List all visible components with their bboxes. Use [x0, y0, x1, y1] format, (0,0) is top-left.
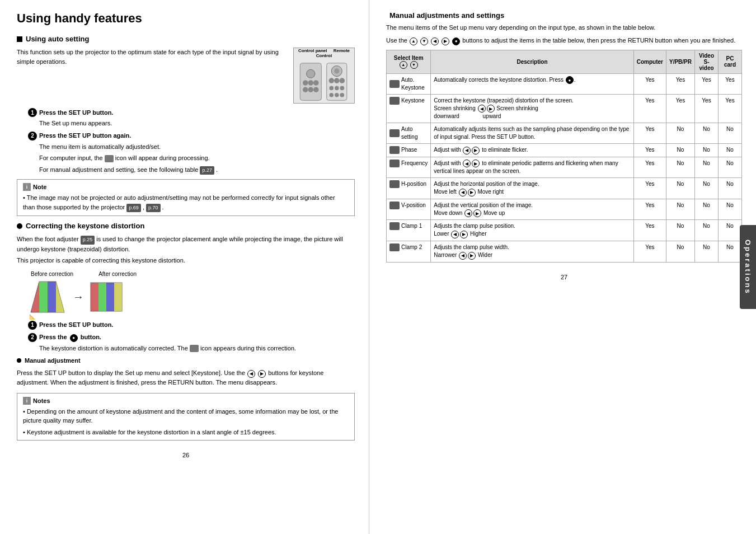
clamp1-icon	[389, 222, 400, 230]
col-header-pc-card: PC card	[719, 50, 742, 73]
row-item-cell: Auto setting	[387, 123, 431, 144]
arrow-right-icon: →	[73, 291, 84, 303]
keystone-intro: When the foot adjuster p.25 is used to c…	[17, 235, 355, 254]
row-item-label: Keystone	[401, 97, 425, 105]
adjustments-table: Select Item ▲ ▼ Description Computer Y/P…	[386, 50, 742, 263]
enter-btn: ●	[452, 38, 460, 45]
circle-icon	[17, 223, 22, 229]
svg-rect-23	[39, 282, 48, 312]
left-nav-freq: ◀	[463, 160, 471, 167]
right-nav-c1: ▶	[460, 231, 468, 238]
step2-heading: 2 Press the SET UP button again.	[28, 132, 355, 140]
row-item-cell: H-position	[387, 178, 431, 199]
svg-point-13	[340, 78, 345, 83]
keystone-notes: i Notes • Depending on the amount of key…	[17, 393, 355, 441]
rect-svg	[90, 282, 123, 312]
left-page: Using handy features Using auto setting …	[0, 0, 369, 534]
step2-num: 2	[28, 132, 37, 140]
svg-point-12	[334, 78, 340, 83]
row-desc-cell: Adjust with ◀▶ to eliminate periodic pat…	[431, 157, 634, 178]
hposition-icon	[389, 180, 400, 188]
row-item-label: Clamp 1	[401, 222, 422, 230]
row-desc-cell: Adjust the vertical position of the imag…	[431, 199, 634, 220]
row-desc-cell: Automatically corrects the keystone dist…	[431, 73, 634, 94]
row-svideo-val: Yes	[695, 73, 719, 94]
page-ref-69: p.69	[126, 204, 141, 213]
filled-circle-btn: ●	[70, 334, 78, 342]
note-text: • The image may not be projected or auto…	[23, 193, 349, 212]
row-computer-val: Yes	[633, 73, 666, 94]
left-nav-phase: ◀	[463, 147, 471, 154]
autokeystone-icon	[389, 80, 400, 88]
label-before: Before correction	[31, 271, 73, 277]
manual-adj-section: Manual adjustment Press the SET UP butto…	[17, 357, 355, 387]
row-desc-cell: Adjusts the clamp pulse position. Lower …	[431, 220, 634, 241]
row-item-label: V-position	[401, 202, 426, 209]
before-correction-image: 📐	[28, 279, 67, 315]
manual-adj-intro1: The menu items of the Set up menu vary d…	[386, 23, 742, 32]
svg-rect-25	[56, 282, 64, 312]
row-ypbpr-val: No	[666, 123, 694, 144]
keystone-step1-label: Press the SET UP button.	[39, 321, 113, 328]
row-item-cell: Auto. Keystone	[387, 73, 431, 94]
col-header-desc: Description	[431, 50, 634, 73]
table-body: Auto. Keystone Automatically corrects th…	[387, 73, 742, 262]
left-nav-vp: ◀	[464, 209, 472, 217]
row-item-cell: Frequency	[387, 157, 431, 178]
row-computer-val: Yes	[633, 94, 666, 123]
svg-point-18	[335, 93, 339, 97]
control-panel-label: Control panel	[298, 48, 327, 53]
svg-point-11	[329, 78, 335, 83]
row-item-name: Clamp 2	[389, 243, 428, 251]
right-btn-2: ▶	[442, 38, 449, 45]
svg-rect-28	[98, 283, 106, 311]
left-nav-c1: ◀	[451, 231, 459, 238]
row-computer-val: Yes	[633, 157, 666, 178]
row-ypbpr-val: No	[666, 157, 694, 178]
right-nav-vp: ▶	[473, 209, 481, 217]
autosetting-icon	[389, 129, 400, 137]
vposition-icon	[389, 202, 400, 209]
table-row: Auto setting Automatically adjusts items…	[387, 123, 742, 144]
row-item-cell: Phase	[387, 144, 431, 157]
processing-icon	[105, 155, 114, 162]
row-item-name: Auto. Keystone	[389, 76, 428, 92]
row-computer-val: Yes	[633, 178, 666, 199]
row-item-cell: Keystone	[387, 94, 431, 123]
page-container: Using handy features Using auto setting …	[0, 0, 756, 534]
row-pccard-val: No	[719, 241, 742, 263]
svg-point-19	[340, 93, 345, 97]
row-item-cell: Clamp 1	[387, 220, 431, 241]
row-pccard-val: No	[719, 144, 742, 157]
row-svideo-val: No	[695, 178, 719, 199]
row-ypbpr-val: No	[666, 199, 694, 220]
auto-setting-note: i Note • The image may not be projected …	[17, 179, 355, 216]
row-pccard-val: No	[719, 199, 742, 220]
step1-label: Press the SET UP button.	[39, 109, 113, 116]
row-svideo-val: No	[695, 157, 719, 178]
row-svideo-val: No	[695, 144, 719, 157]
row-item-label: Phase	[401, 146, 417, 154]
right-btn: ▶	[258, 370, 266, 378]
trapezoid-svg	[28, 279, 67, 315]
manual-adj-heading: Manual adjustment	[17, 357, 355, 364]
row-pccard-val: No	[719, 123, 742, 144]
keystone-heading: Correcting the keystone distortion	[17, 222, 355, 230]
right-page-number: 27	[386, 274, 742, 280]
enter-btn-row: ●	[566, 76, 574, 84]
table-row: Clamp 2 Adjusts the clamp pulse width. N…	[387, 241, 742, 263]
manual-adj-main-heading: Manual adjustments and settings	[386, 11, 742, 20]
svg-point-4	[313, 80, 319, 86]
left-nav: ◀	[478, 105, 486, 113]
row-item-name: Phase	[389, 146, 428, 154]
use-the-line: Use the ▲ ▼ ◀ ▶ ● buttons to adjust the …	[386, 36, 742, 45]
left-page-number: 26	[17, 452, 355, 458]
header-down-btn: ▼	[410, 61, 418, 69]
correction-images-row: 📐 →	[28, 279, 355, 315]
right-nav-phase: ▶	[472, 147, 480, 154]
row-pccard-val: No	[719, 157, 742, 178]
auto-setting-section: Using auto setting This function sets up…	[17, 35, 355, 216]
step1-heading: 1 Press the SET UP button.	[28, 108, 355, 117]
row-desc-cell: Adjust the horizontal position of the im…	[431, 178, 634, 199]
step2-detail3: For manual adjustment and setting, see t…	[39, 165, 355, 175]
